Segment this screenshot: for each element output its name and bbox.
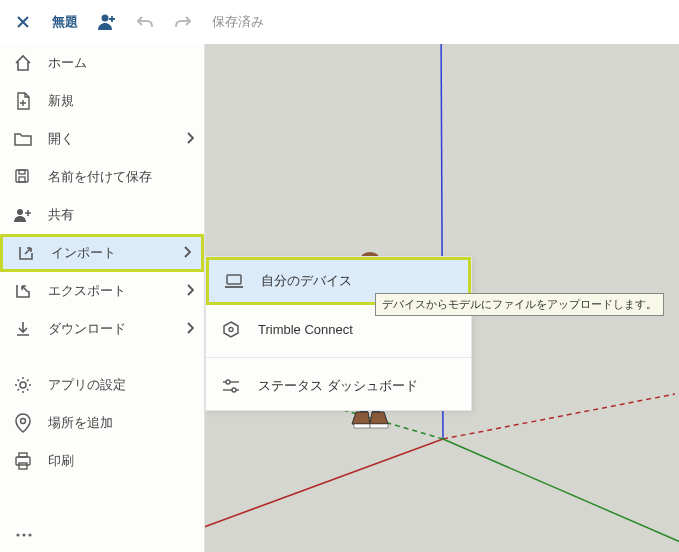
chevron-right-icon <box>186 322 194 337</box>
location-pin-icon <box>12 412 34 434</box>
new-file-icon <box>12 90 34 112</box>
folder-icon <box>12 128 34 150</box>
menu-item-add-location[interactable]: 場所を追加 <box>0 404 204 442</box>
svg-rect-15 <box>16 457 30 465</box>
submenu-label: ステータス ダッシュボード <box>258 377 418 395</box>
undo-icon[interactable] <box>128 5 162 39</box>
svg-point-12 <box>20 382 26 388</box>
submenu-separator <box>206 357 471 358</box>
svg-line-1 <box>205 439 443 534</box>
tooltip: デバイスからモデルにファイルをアップロードします。 <box>375 293 664 316</box>
import-icon <box>15 242 37 264</box>
menu-label: インポート <box>51 244 183 262</box>
svg-point-11 <box>17 209 23 215</box>
document-title[interactable]: 無題 <box>44 13 86 31</box>
export-icon <box>12 280 34 302</box>
close-icon[interactable] <box>6 5 40 39</box>
menu-item-print[interactable]: 印刷 <box>0 442 204 480</box>
trimble-connect-icon <box>220 318 242 340</box>
svg-rect-16 <box>19 463 27 469</box>
menu-label: 名前を付けて保存 <box>48 168 194 186</box>
svg-point-25 <box>232 388 236 392</box>
chevron-right-icon <box>186 132 194 147</box>
menu-item-app-settings[interactable]: アプリの設定 <box>0 366 204 404</box>
menu-label: 印刷 <box>48 452 194 470</box>
home-icon <box>12 52 34 74</box>
svg-point-18 <box>22 533 25 536</box>
menu-item-home[interactable]: ホーム <box>0 44 204 82</box>
svg-point-13 <box>21 419 26 424</box>
svg-line-2 <box>443 394 675 439</box>
svg-rect-20 <box>227 275 241 284</box>
download-icon <box>12 318 34 340</box>
svg-point-21 <box>229 328 233 332</box>
chevron-right-icon <box>186 284 194 299</box>
gear-icon <box>12 374 34 396</box>
menu-item-share[interactable]: 共有 <box>0 196 204 234</box>
svg-point-17 <box>16 533 19 536</box>
menu-label: アプリの設定 <box>48 376 194 394</box>
menu-item-import[interactable]: インポート <box>0 234 204 272</box>
ellipsis-icon <box>16 533 32 537</box>
svg-point-7 <box>102 15 109 22</box>
menu-label: 開く <box>48 130 186 148</box>
submenu-label: 自分のデバイス <box>261 272 352 290</box>
svg-rect-9 <box>19 170 25 174</box>
laptop-icon <box>223 270 245 292</box>
menu-label: 新規 <box>48 92 194 110</box>
redo-icon[interactable] <box>166 5 200 39</box>
menu-label: 場所を追加 <box>48 414 194 432</box>
menu-label: 共有 <box>48 206 194 224</box>
share-icon <box>12 204 34 226</box>
import-submenu: 自分のデバイス Trimble Connect ステータス ダッシュボード <box>205 256 472 411</box>
save-status: 保存済み <box>204 13 272 31</box>
svg-point-19 <box>28 533 31 536</box>
menu-item-new[interactable]: 新規 <box>0 82 204 120</box>
overflow-menu-button[interactable] <box>0 518 204 552</box>
submenu-label: Trimble Connect <box>258 322 353 337</box>
menu-label: ダウンロード <box>48 320 186 338</box>
svg-rect-8 <box>16 170 28 182</box>
main-menu-panel: ホーム 新規 開く 名前を付けて保存 <box>0 44 205 552</box>
menu-label: エクスポート <box>48 282 186 300</box>
add-user-icon[interactable] <box>90 5 124 39</box>
menu-item-download[interactable]: ダウンロード <box>0 310 204 348</box>
chevron-right-icon <box>183 246 191 261</box>
menu-item-open[interactable]: 開く <box>0 120 204 158</box>
menu-item-export[interactable]: エクスポート <box>0 272 204 310</box>
menu-item-save-as[interactable]: 名前を付けて保存 <box>0 158 204 196</box>
svg-point-23 <box>226 380 230 384</box>
save-as-icon <box>12 166 34 188</box>
svg-line-4 <box>443 439 679 544</box>
print-icon <box>12 450 34 472</box>
svg-rect-10 <box>19 177 25 182</box>
menu-label: ホーム <box>48 54 194 72</box>
top-toolbar: 無題 保存済み <box>0 0 679 44</box>
submenu-item-status-dashboard[interactable]: ステータス ダッシュボード <box>206 362 471 410</box>
sliders-icon <box>220 375 242 397</box>
